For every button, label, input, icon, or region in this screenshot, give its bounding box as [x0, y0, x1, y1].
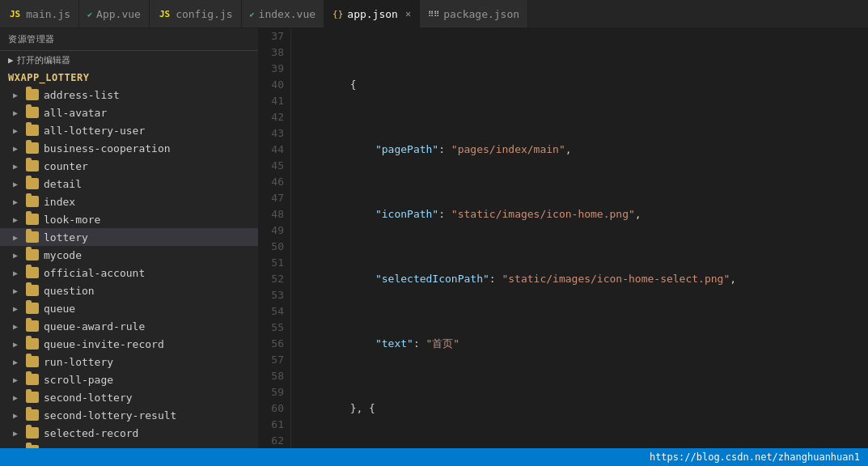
tab-package-json[interactable]: ⠿⠿ package.json — [420, 0, 528, 28]
sidebar-item-selected-record[interactable]: ▶ selected-record — [0, 424, 258, 442]
tab-config-js[interactable]: JS config.js — [150, 0, 242, 28]
tab-app-json[interactable]: {} app.json ✕ — [324, 0, 420, 28]
status-url: https://blog.csdn.net/zhanghuanhuan1 — [650, 451, 860, 463]
item-arrow: ▶ — [13, 322, 21, 331]
item-arrow: ▶ — [13, 393, 21, 402]
item-label: mycode — [44, 249, 82, 261]
folder-icon — [26, 320, 39, 332]
vue-icon: ✔ — [87, 10, 92, 19]
folder-icon — [26, 142, 39, 154]
tab-index-vue[interactable]: ✔ index.vue — [242, 0, 324, 28]
status-bar: https://blog.csdn.net/zhanghuanhuan1 — [0, 448, 868, 466]
sidebar-item-user[interactable]: ▶ user — [0, 442, 258, 448]
sidebar-item-second-lottery-result[interactable]: ▶ second-lottery-result — [0, 406, 258, 424]
sidebar-item-counter[interactable]: ▶ counter — [0, 157, 258, 175]
item-label: queue — [44, 303, 75, 315]
item-arrow: ▶ — [13, 233, 21, 242]
folder-icon — [26, 249, 39, 261]
code-line-41: "text": "首页" — [299, 336, 860, 352]
item-arrow: ▶ — [13, 162, 21, 171]
code-content: { "pagePath": "pages/index/main", "iconP… — [291, 28, 868, 448]
item-label: counter — [44, 160, 88, 172]
tab-bar: JS main.js ✔ App.vue JS config.js ✔ inde… — [0, 0, 868, 28]
sidebar-title: 资源管理器 — [0, 28, 258, 51]
code-line-40: "selectedIconPath": "static/images/icon-… — [299, 271, 860, 287]
tab-label: app.json — [347, 8, 398, 20]
editor: 37 38 39 40 41 42 43 44 45 46 47 48 49 5… — [259, 28, 868, 448]
item-arrow: ▶ — [13, 375, 21, 384]
sidebar-item-look-more[interactable]: ▶ look-more — [0, 210, 258, 228]
folder-icon — [26, 445, 39, 448]
item-label: run-lottery — [44, 356, 113, 368]
sidebar-item-queue-award-rule[interactable]: ▶ queue-award-rule — [0, 317, 258, 335]
code-line-42: }, { — [299, 400, 860, 417]
sidebar-item-scroll-page[interactable]: ▶ scroll-page — [0, 371, 258, 388]
code-line-37: { — [299, 77, 860, 93]
code-line-38: "pagePath": "pages/index/main", — [299, 142, 860, 158]
item-arrow: ▶ — [13, 197, 21, 206]
folder-icon — [26, 374, 39, 385]
sidebar-section[interactable]: ▶ 打开的编辑器 — [0, 51, 258, 70]
pkg-icon: ⠿⠿ — [428, 10, 439, 19]
sidebar-item-detail[interactable]: ▶ detail — [0, 175, 258, 193]
tab-app-vue[interactable]: ✔ App.vue — [79, 0, 150, 28]
folder-icon — [26, 338, 39, 350]
sidebar-item-lottery[interactable]: ▶ lottery — [0, 228, 258, 246]
item-label: second-lottery — [44, 392, 133, 404]
folder-icon — [26, 427, 39, 438]
folder-icon — [26, 285, 39, 296]
folder-icon — [26, 267, 39, 278]
item-arrow: ▶ — [13, 144, 21, 153]
sidebar-item-second-lottery[interactable]: ▶ second-lottery — [0, 388, 258, 406]
item-arrow: ▶ — [13, 286, 21, 295]
sidebar-item-queue[interactable]: ▶ queue — [0, 299, 258, 317]
sidebar-item-run-lottery[interactable]: ▶ run-lottery — [0, 353, 258, 371]
tab-main-js[interactable]: JS main.js — [0, 0, 79, 28]
folder-icon — [26, 214, 39, 225]
sidebar-file-list: ▶ address-list ▶ all-avatar ▶ all-lotter… — [0, 86, 258, 448]
sidebar-item-index[interactable]: ▶ index — [0, 193, 258, 210]
item-arrow: ▶ — [13, 340, 21, 349]
item-arrow: ▶ — [13, 269, 21, 277]
project-title: WXAPP_LOTTERY — [0, 70, 258, 86]
sidebar-item-mycode[interactable]: ▶ mycode — [0, 246, 258, 264]
editor-content[interactable]: 37 38 39 40 41 42 43 44 45 46 47 48 49 5… — [259, 28, 868, 448]
tab-label: package.json — [443, 8, 519, 20]
tab-label: main.js — [26, 8, 70, 20]
item-label: question — [44, 285, 95, 297]
folder-icon — [26, 107, 39, 118]
item-arrow: ▶ — [13, 91, 21, 100]
item-label: look-more — [44, 214, 100, 226]
main-area: 资源管理器 ▶ 打开的编辑器 WXAPP_LOTTERY ▶ address-l… — [0, 28, 868, 448]
item-arrow: ▶ — [13, 358, 21, 366]
sidebar: 资源管理器 ▶ 打开的编辑器 WXAPP_LOTTERY ▶ address-l… — [0, 28, 259, 448]
folder-icon — [26, 409, 39, 421]
item-label: lottery — [44, 231, 88, 244]
sidebar-item-address-list[interactable]: ▶ address-list — [0, 86, 258, 104]
item-label: address-list — [44, 89, 120, 101]
sidebar-item-queue-invite-record[interactable]: ▶ queue-invite-record — [0, 335, 258, 353]
item-label: official-account — [44, 267, 145, 279]
item-label: queue-award-rule — [44, 320, 145, 333]
item-label: all-avatar — [44, 107, 107, 119]
item-label: index — [44, 196, 75, 208]
code-line-39: "iconPath": "static/images/icon-home.png… — [299, 206, 860, 222]
item-arrow: ▶ — [13, 108, 21, 117]
folder-icon — [26, 231, 39, 243]
item-label: detail — [44, 178, 82, 190]
folder-icon — [26, 160, 39, 172]
item-label: second-lottery-result — [44, 409, 176, 422]
sidebar-item-question[interactable]: ▶ question — [0, 282, 258, 299]
json-icon: {} — [332, 9, 343, 19]
item-label: selected-record — [44, 427, 138, 439]
folder-icon — [26, 125, 39, 136]
sidebar-item-official-account[interactable]: ▶ official-account — [0, 264, 258, 282]
folder-icon — [26, 89, 39, 100]
sidebar-item-business-cooperation[interactable]: ▶ business-cooperation — [0, 139, 258, 157]
item-arrow: ▶ — [13, 251, 21, 260]
item-arrow: ▶ — [13, 411, 21, 420]
tab-label: index.vue — [259, 8, 315, 20]
sidebar-item-all-lottery-user[interactable]: ▶ all-lottery-user — [0, 121, 258, 139]
sidebar-item-all-avatar[interactable]: ▶ all-avatar — [0, 104, 258, 121]
tab-close-button[interactable]: ✕ — [405, 8, 411, 19]
